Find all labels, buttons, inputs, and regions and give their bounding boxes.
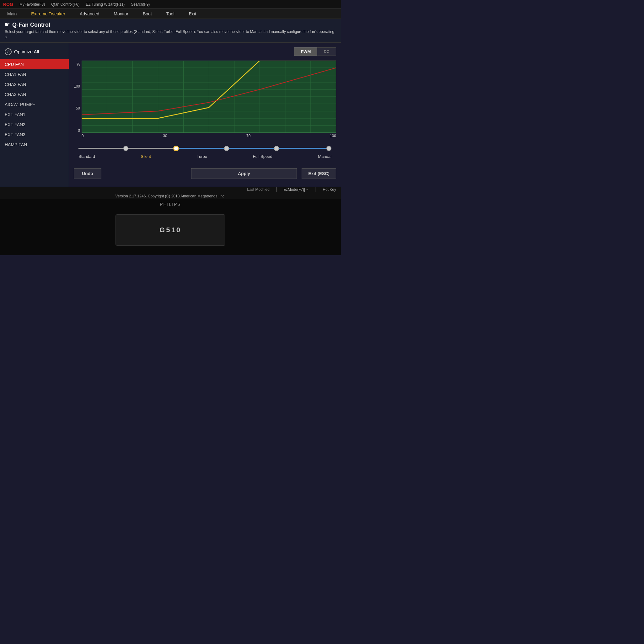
x-axis-labels: 0 30 70 100 [82,133,336,139]
status-divider2: | [315,187,316,192]
nav-boot[interactable]: Boot [140,10,154,18]
version-text: Version 2.17.1246. Copyright (C) 2018 Am… [115,194,226,198]
label-turbo[interactable]: Turbo [196,154,207,159]
knob-standard[interactable] [123,146,128,151]
y-axis: % 100 50 0 [74,61,82,139]
mode-toggle-container: PWM DC [74,47,336,56]
top-menu-search[interactable]: Search(F9) [131,2,150,7]
nav-advanced[interactable]: Advanced [77,10,102,18]
status-bar: Last Modified | EzMode(F7)|→ | Hot Key V… [0,187,341,199]
y-label-50: 50 [76,106,80,110]
nav-tool[interactable]: Tool [164,10,177,18]
pwm-button[interactable]: PWM [294,47,317,56]
cursor-icon: ☛ [5,21,10,28]
fan-chart-canvas [82,61,336,133]
keyboard-image: G510 [115,214,225,246]
ez-mode[interactable]: EzMode(F7)|→ [283,187,309,192]
button-row: Undo Apply Exit (ESC) [74,165,336,182]
version-container: Version 2.17.1246. Copyright (C) 2018 Am… [5,193,336,199]
nav-main[interactable]: Main [5,10,19,18]
content-layout: ⊙ Optimize All CPU FAN CHA1 FAN CHA2 FAN… [0,43,341,187]
x-label-30: 30 [163,134,167,138]
monitor-brand: PHILIPS [160,202,181,207]
status-top: Last Modified | EzMode(F7)|→ | Hot Key [5,187,336,192]
profile-labels: Standard Silent Turbo Full Speed Manual [78,154,331,159]
label-silent[interactable]: Silent [141,154,151,159]
sidebar-item-aio-pump[interactable]: AIO/W_PUMP+ [0,99,69,110]
sidebar: ⊙ Optimize All CPU FAN CHA1 FAN CHA2 FAN… [0,43,69,187]
sidebar-item-cha3-fan[interactable]: CHA3 FAN [0,89,69,99]
keyboard-brand-label: G510 [159,226,181,234]
x-label-70: 70 [246,134,250,138]
top-menu-logo: ROG [3,2,13,7]
knob-full-speed[interactable] [274,146,279,151]
y-label-100: 100 [74,84,80,89]
undo-button[interactable]: Undo [74,168,101,179]
profile-slider-section: Standard Silent Turbo Full Speed Manual [74,144,336,160]
top-menu-ez-tuning[interactable]: EZ Tuning Wizard(F11) [86,2,125,7]
sidebar-item-ext-fan1[interactable]: EXT FAN1 [0,110,69,120]
top-menu-myfavorite[interactable]: MyFavorite(F3) [19,2,45,7]
label-full-speed[interactable]: Full Speed [253,154,272,159]
last-modified: Last Modified [247,187,269,192]
nav-extreme-tweaker[interactable]: Extreme Tweaker [29,10,68,18]
dc-button[interactable]: DC [317,47,336,56]
knob-manual[interactable] [326,146,331,151]
y-label-0: 0 [78,128,80,133]
x-label-0: 0 [82,134,84,138]
page-title: ☛ Q-Fan Control [5,21,336,28]
nav-exit[interactable]: Exit [186,10,199,18]
top-menu-qfan[interactable]: Qfan Control(F6) [51,2,79,7]
x-label-100: 100 [330,134,336,138]
knob-silent[interactable] [173,146,179,151]
sidebar-item-cpu-fan[interactable]: CPU FAN [0,59,69,69]
canvas-container: 0 30 70 100 [82,61,336,139]
sidebar-item-hamp-fan[interactable]: HAMP FAN [0,140,69,150]
hot-key[interactable]: Hot Key [323,187,336,192]
exit-button[interactable]: Exit (ESC) [302,168,336,179]
knob-turbo[interactable] [224,146,229,151]
optimize-icon: ⊙ [5,48,12,55]
status-divider1: | [276,187,277,192]
status-content: Last Modified | EzMode(F7)|→ | Hot Key V… [5,187,336,199]
sidebar-item-ext-fan2[interactable]: EXT FAN2 [0,120,69,130]
label-manual[interactable]: Manual [318,154,331,159]
apply-button[interactable]: Apply [191,168,297,179]
sidebar-item-cha2-fan[interactable]: CHA2 FAN [0,79,69,89]
chart-area: % 100 50 0 0 30 70 100 [74,61,336,139]
nav-bar: Main Extreme Tweaker Advanced Monitor Bo… [0,9,341,19]
main-panel: PWM DC % 100 50 0 0 30 70 100 [69,43,341,187]
sidebar-item-ext-fan3[interactable]: EXT FAN3 [0,130,69,140]
optimize-all-button[interactable]: ⊙ Optimize All [0,46,69,58]
slider-track[interactable] [78,145,331,152]
nav-monitor[interactable]: Monitor [111,10,131,18]
label-standard[interactable]: Standard [78,154,95,159]
y-label-percent: % [77,62,80,67]
keyboard-area: PHILIPS G510 [0,199,341,255]
top-menu-bar: ROG MyFavorite(F3) Qfan Control(F6) EZ T… [0,0,341,9]
page-header: ☛ Q-Fan Control Select your target fan a… [0,19,341,43]
sidebar-item-cha1-fan[interactable]: CHA1 FAN [0,69,69,79]
page-subtitle: Select your target fan and then move the… [5,29,336,40]
